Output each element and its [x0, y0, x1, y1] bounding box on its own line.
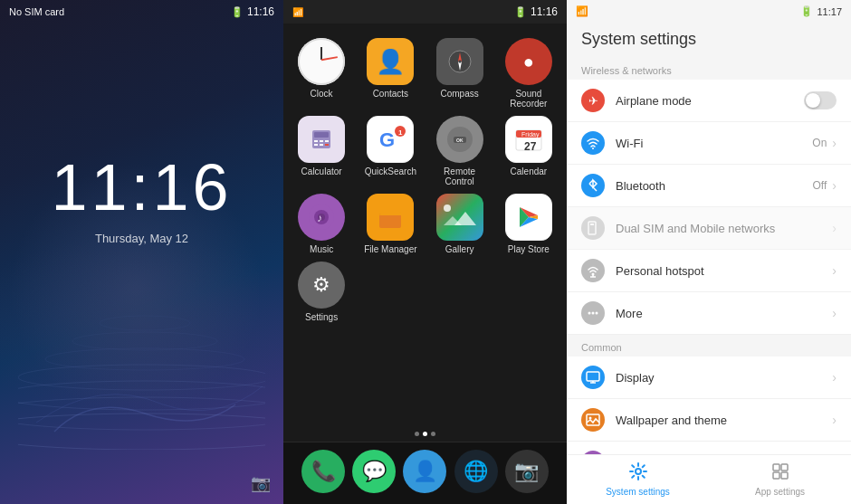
settings-item-display[interactable]: Display › — [567, 357, 851, 399]
more-label: More — [616, 307, 832, 320]
settings-app-icon: ⚙ — [298, 262, 345, 309]
lock-battery-icon: 🔋 — [231, 6, 244, 18]
svg-point-6 — [100, 316, 190, 330]
svg-point-52 — [589, 417, 592, 420]
nav-app-settings[interactable]: App settings — [709, 455, 851, 504]
app-music-label: Music — [310, 244, 333, 254]
dock-browser[interactable]: 🌐 — [454, 450, 498, 493]
bluetooth-value: Off — [813, 179, 827, 192]
svg-text:G: G — [379, 128, 395, 151]
settings-item-more[interactable]: More › — [567, 292, 851, 335]
app-clock[interactable]: Clock — [291, 38, 352, 109]
app-compass[interactable]: Compass — [429, 38, 491, 109]
svg-rect-50 — [587, 372, 599, 381]
app-remote[interactable]: OK Remote Control — [429, 116, 491, 186]
settings-item-sounds[interactable]: Sounds and vibration › — [567, 442, 851, 454]
svg-rect-56 — [773, 472, 779, 479]
calculator-icon — [298, 116, 345, 163]
settings-right-status: 🔋 11:17 — [800, 5, 842, 17]
wifi-label: Wi-Fi — [616, 137, 812, 150]
dock-phone[interactable]: 📞 — [301, 450, 345, 493]
display-icon — [581, 366, 605, 389]
lock-sim-label: No SIM card — [9, 6, 64, 17]
app-playstore[interactable]: Play Store — [498, 194, 559, 254]
app-quicksearch-label: QuickSearch — [365, 166, 416, 176]
apps-dock: 📞 💬 👤 🌐 📷 — [283, 442, 567, 504]
app-remote-label: Remote Control — [429, 166, 491, 186]
hotspot-label: Personal hotspot — [616, 264, 832, 278]
apps-time: 11:16 — [531, 5, 558, 18]
wallpaper-icon — [581, 408, 605, 432]
nav-app-settings-label: App settings — [755, 487, 805, 497]
section-wireless-label: Wireless & networks — [567, 58, 851, 80]
app-calendar[interactable]: 27 Friday Calendar — [498, 116, 559, 186]
svg-rect-13 — [320, 140, 323, 142]
airplane-toggle[interactable] — [804, 91, 837, 109]
svg-rect-17 — [325, 144, 329, 146]
settings-item-bluetooth[interactable]: Bluetooth Off › — [567, 165, 851, 207]
lock-time-display: 11:16 — [0, 150, 283, 224]
display-chevron: › — [832, 370, 837, 385]
app-gallery[interactable]: Gallery — [429, 194, 491, 254]
svg-text:Friday: Friday — [521, 131, 540, 138]
app-settings[interactable]: ⚙ Settings — [291, 262, 352, 322]
wifi-value: On — [812, 137, 827, 149]
display-label: Display — [616, 371, 832, 385]
settings-panel: 📶 🔋 11:17 System settings Wireless & net… — [567, 0, 851, 504]
page-dots — [283, 426, 567, 442]
settings-item-dualsim[interactable]: Dual SIM and Mobile networks › — [567, 207, 851, 250]
filemanager-icon — [367, 194, 414, 241]
apps-right-status: 🔋 11:16 — [514, 5, 558, 18]
app-calculator[interactable]: Calculator — [291, 116, 352, 186]
dualsim-icon — [581, 216, 605, 240]
app-contacts[interactable]: 👤 Contacts — [359, 38, 421, 109]
calendar-icon: 27 Friday — [505, 116, 552, 163]
svg-rect-44 — [590, 223, 594, 225]
gallery-icon — [436, 194, 483, 241]
dock-messages[interactable]: 💬 — [352, 450, 396, 493]
nav-app-settings-icon — [771, 462, 789, 485]
app-calculator-label: Calculator — [301, 166, 342, 176]
settings-item-hotspot[interactable]: Personal hotspot › — [567, 250, 851, 292]
compass-icon — [436, 38, 483, 85]
settings-item-airplane[interactable]: ✈ Airplane mode — [567, 80, 851, 122]
app-compass-label: Compass — [441, 89, 479, 99]
app-gallery-label: Gallery — [445, 244, 474, 254]
app-quicksearch[interactable]: G 1 QuickSearch — [359, 116, 421, 186]
lock-time: 11:16 — [247, 5, 274, 18]
settings-left-status: 📶 — [576, 5, 588, 17]
app-contacts-label: Contacts — [373, 89, 408, 99]
lock-status-bar: No SIM card 🔋 11:16 — [0, 0, 283, 24]
svg-rect-16 — [320, 144, 323, 146]
contacts-icon: 👤 — [367, 38, 414, 85]
app-recorder[interactable]: ● Sound Recorder — [498, 38, 559, 109]
svg-rect-54 — [773, 464, 779, 471]
remote-icon: OK — [436, 116, 483, 163]
settings-battery-icon: 🔋 — [800, 5, 813, 17]
app-filemanager[interactable]: File Manager — [359, 194, 421, 254]
bluetooth-label: Bluetooth — [616, 179, 813, 193]
app-settings-label: Settings — [305, 312, 338, 322]
svg-text:♪: ♪ — [317, 212, 322, 224]
bluetooth-chevron: › — [832, 178, 837, 193]
settings-bottom-nav: System settings App settings — [567, 454, 851, 504]
settings-item-wifi[interactable]: Wi-Fi On › — [567, 122, 851, 165]
bluetooth-icon — [581, 174, 605, 197]
svg-point-4 — [45, 348, 244, 370]
wifi-icon — [581, 131, 605, 155]
lock-date-display: Thursday, May 12 — [0, 232, 283, 245]
app-music[interactable]: ♪ Music — [291, 194, 352, 254]
dot-1 — [415, 432, 419, 436]
settings-item-wallpaper[interactable]: Wallpaper and theme › — [567, 399, 851, 442]
dualsim-chevron: › — [832, 221, 837, 235]
dock-camera[interactable]: 📷 — [505, 450, 549, 493]
svg-rect-32 — [379, 214, 401, 228]
dock-contacts[interactable]: 👤 — [403, 450, 446, 493]
app-playstore-label: Play Store — [508, 244, 550, 254]
lock-camera-icon[interactable]: 📷 — [251, 473, 271, 493]
svg-rect-15 — [314, 144, 318, 146]
nav-system-settings-icon — [629, 462, 647, 485]
nav-system-settings[interactable]: System settings — [567, 455, 709, 504]
more-chevron: › — [832, 306, 837, 320]
apps-grid: Clock 👤 Contacts Compass ● — [283, 24, 567, 426]
